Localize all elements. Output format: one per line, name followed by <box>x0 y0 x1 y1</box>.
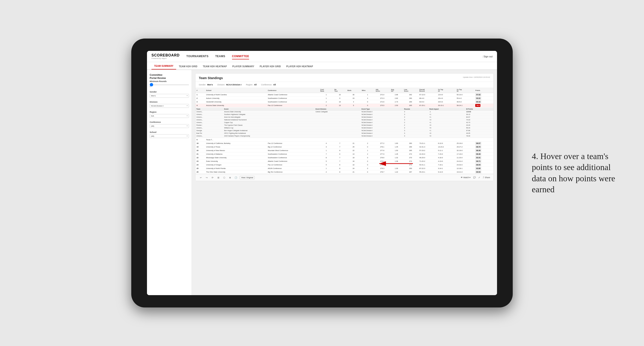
subnav-team-h2h-grid[interactable]: TEAM H2H GRID <box>176 63 200 69</box>
region-select[interactable]: N/A East West <box>150 114 189 118</box>
col-vstop50: Vs Top50 <box>456 88 474 93</box>
inner-col-wpoints: W Points <box>466 108 494 111</box>
comment-button[interactable]: 💬 <box>473 176 476 178</box>
toolbar-right: 👁 Watch ▾ 💬 ⤢ ⤴ Share <box>461 176 490 178</box>
col-bnds: Bnds <box>346 88 360 93</box>
col-confrank: ConfRank <box>319 88 333 93</box>
add-icon[interactable]: ⊕ <box>228 175 232 179</box>
table-row[interactable]: 1 University of North Carolina Atlantic … <box>196 93 494 97</box>
gender-select[interactable]: Men's Women's <box>150 94 189 98</box>
inner-table-row: Univers...National Invitational Tourname… <box>196 119 494 121</box>
col-points: Points <box>474 88 494 93</box>
annotation-arrow <box>377 157 422 170</box>
table-row[interactable]: 19 University of Texas Big 12 Conference… <box>196 145 494 149</box>
inner-col-team: Team <box>196 108 223 111</box>
col-overall: OverallRecord <box>418 88 437 93</box>
standings-table: # School Conference ConfRank NoTour Bnds… <box>196 88 494 174</box>
table-row[interactable]: 22 Mississippi State University Southeas… <box>196 156 494 160</box>
sidebar-region: Region N/A East West <box>150 111 189 118</box>
share-button[interactable]: ⤴ Share <box>483 176 490 178</box>
undo-icon[interactable]: ↩ <box>199 175 203 179</box>
report-card: Team Standings Update time: 13/03/2024 1… <box>195 73 494 181</box>
inner-table-row: Univers...Arizona State UniversityCelcti… <box>196 111 494 113</box>
watch-button[interactable]: 👁 Watch ▾ <box>461 176 470 178</box>
view-original-button[interactable]: View: Original <box>240 176 255 179</box>
subnav-player-h2h-grid[interactable]: PLAYER H2H GRID <box>257 63 284 69</box>
filter-division: Division: NCAA Division I <box>218 84 242 86</box>
logo-area: SCOREBOARD Powered by clipp'd <box>152 53 180 59</box>
inner-table-row: GeorgiaBen Hogan Collegiate Invitational… <box>196 129 494 132</box>
table-row[interactable]: 18 University of California, Berkeley Pa… <box>196 142 494 145</box>
table-row[interactable]: 23 Duke University Atlantic Coast Confer… <box>196 160 494 163</box>
nav-teams[interactable]: TEAMS <box>215 54 225 59</box>
nav-tournaments[interactable]: TOURNAMENTS <box>186 54 209 59</box>
filter-gender: Gender: Men's <box>199 84 213 86</box>
inner-table-row: Univers...Southern Highlands CollegiateN… <box>196 113 494 116</box>
sidebar-gender: Gender Men's Women's <box>150 91 189 98</box>
inner-table-row: Univers...Amer An IntercollegiateNCAA Di… <box>196 116 494 119</box>
annotation-text: 4. Hover over a team's points to see add… <box>532 151 617 195</box>
inner-table-row: Florida IThe Cypress Point ClassicNCAA D… <box>196 124 494 127</box>
table-row[interactable]: 20 University of New Mexico Mountain Wes… <box>196 149 494 152</box>
content-area: Team Standings Update time: 13/03/2024 1… <box>192 70 497 295</box>
sidebar: Committee Portal Review Minimum Rounds 0… <box>147 70 192 295</box>
sidebar-conference: Conference (All) <box>150 121 189 128</box>
tablet-device: SCOREBOARD Powered by clipp'd TOURNAMENT… <box>131 38 513 308</box>
table-row[interactable]: 2 Auburn University Southeastern Confere… <box>196 97 494 100</box>
inner-col-rounds: Rounds <box>403 108 428 111</box>
conference-select[interactable]: (All) <box>150 124 189 128</box>
nav-committee[interactable]: COMMITTEE <box>232 54 249 59</box>
inner-col-type: Event Type <box>360 108 403 111</box>
toolbar-left: ↩ ↪ ⟳ ⊞ ⬡ ⊕ 🕐 View: Original <box>199 175 255 179</box>
table-row[interactable]: 21 University of Alabama Southeastern Co… <box>196 152 494 156</box>
inner-table-row: Univers...2023 Sahalee Players Champions… <box>196 135 494 137</box>
col-conference: Conference <box>266 88 319 93</box>
min-rounds-slider[interactable] <box>150 84 189 85</box>
col-lowscore: LowScore <box>403 88 418 93</box>
table-row[interactable]: 25 University of North Florida ASUN Conf… <box>196 167 494 170</box>
refresh-icon[interactable]: ⟳ <box>210 175 214 179</box>
table-row[interactable]: 24 University of Oregon Pac-12 Conferenc… <box>196 163 494 167</box>
col-school: School <box>205 88 267 93</box>
grid-icon[interactable]: ⊞ <box>216 175 220 179</box>
col-adjscore: Adj.Score <box>374 88 390 93</box>
subnav-player-summary[interactable]: PLAYER SUMMARY <box>230 63 257 69</box>
report-header: Team Standings Update time: 13/03/2024 1… <box>196 73 494 82</box>
inner-table-row: Univers...Copper CupNCAA Division I2+142… <box>196 121 494 124</box>
division-select[interactable]: NCAA Division I NCAA Division II NCAA Di… <box>150 104 189 108</box>
sign-out-button[interactable]: Sign out <box>482 55 492 58</box>
min-rounds-label: Minimum Rounds <box>150 80 189 82</box>
conference-label: Conference <box>150 121 189 123</box>
school-label: School <box>150 131 189 133</box>
col-avgsg: Avg.SG <box>390 88 403 93</box>
nav-items: TOURNAMENTS TEAMS COMMITTEE <box>186 54 482 59</box>
table-row[interactable]: 5 Texas T... <box>196 138 494 142</box>
table-row[interactable]: 26 The Ohio State University Big Ten Con… <box>196 170 494 174</box>
school-select[interactable]: (All) <box>150 134 189 138</box>
inner-col-rankimpact: Rank Impact <box>428 108 466 111</box>
division-label: Division <box>150 101 189 103</box>
hex-icon[interactable]: ⬡ <box>222 175 226 179</box>
expand-button[interactable]: ⤢ <box>478 176 480 178</box>
hover-data-table: Team Event Event Division Event Type Rou… <box>196 108 494 137</box>
clock-icon[interactable]: 🕐 <box>234 175 238 179</box>
sidebar-title: Committee Portal Review <box>150 73 189 80</box>
top-navigation: SCOREBOARD Powered by clipp'd TOURNAMENT… <box>147 51 497 62</box>
report-title: Team Standings <box>199 76 223 80</box>
redo-icon[interactable]: ↪ <box>205 175 209 179</box>
bottom-toolbar: ↩ ↪ ⟳ ⊞ ⬡ ⊕ 🕐 View: Original 👁 Watch ▾ 💬 <box>196 174 494 181</box>
subnav-team-h2h-heatmap[interactable]: TEAM H2H HEATMAP <box>200 63 230 69</box>
update-time: Update time: 13/03/2024 10:03:42 <box>463 76 490 78</box>
subnav-player-h2h-heatmap[interactable]: PLAYER H2H HEATMAP <box>284 63 316 69</box>
subnav-team-summary[interactable]: TEAM SUMMARY <box>152 63 176 69</box>
inner-table-row: East TerOFCC Fighting Illini Invitationa… <box>196 132 494 135</box>
col-notour: NoTour <box>333 88 346 93</box>
logo-sub: Powered by clipp'd <box>152 57 180 59</box>
sub-navigation: TEAM SUMMARY TEAM H2H GRID TEAM H2H HEAT… <box>147 62 497 70</box>
filter-region: Region: All <box>246 84 257 86</box>
tablet-screen: SCOREBOARD Powered by clipp'd TOURNAMENT… <box>147 51 497 295</box>
table-row[interactable]: 4 Arizona State University Pac-12 Confer… <box>196 104 494 107</box>
sidebar-division: Division NCAA Division I NCAA Division I… <box>150 101 189 108</box>
sidebar-minimum-rounds: Minimum Rounds 0 <box>150 80 189 88</box>
table-row[interactable]: 3 Vanderbilt University Southeastern Con… <box>196 100 494 104</box>
